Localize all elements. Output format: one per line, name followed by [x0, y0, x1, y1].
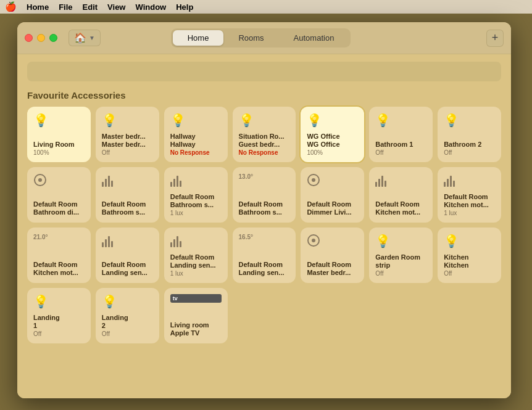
card-info: Master bedr... Master bedr... Off: [102, 133, 153, 156]
menu-view[interactable]: View: [107, 2, 125, 12]
card-status: No Response: [239, 149, 290, 156]
close-button[interactable]: [25, 34, 33, 42]
bulb-icon: 💡: [170, 113, 222, 128]
menu-help[interactable]: Help: [176, 2, 193, 12]
card-name: Default Room: [444, 193, 495, 201]
accessory-card-10[interactable]: Default Room Bathroom s... 1 lux: [164, 167, 228, 223]
apple-menu[interactable]: 🍎: [5, 1, 17, 12]
bars-icon: [170, 234, 222, 247]
card-name: Default Room: [33, 200, 85, 208]
bars-icon: [375, 173, 426, 187]
accessory-card-21[interactable]: 💡 Kitchen Kitchen Off: [438, 228, 501, 283]
accessory-card-5[interactable]: 💡 WG Office WG Office 100%: [301, 107, 364, 162]
card-info: Living room Apple TV: [170, 321, 222, 337]
card-info: Situation Ro... Guest bedr... No Respons…: [239, 133, 290, 156]
main-window: 🏠 ▼ Home Rooms Automation + Favourite Ac…: [17, 22, 511, 398]
card-info: Landing 1 Off: [33, 314, 85, 337]
accessory-card-6[interactable]: 💡 Bathroom 1 Off: [369, 107, 433, 162]
card-info: Default Room Kitchen mot...: [33, 261, 85, 277]
card-status: Off: [444, 270, 495, 277]
bulb-icon: 💡: [307, 113, 358, 128]
home-icon-button[interactable]: 🏠 ▼: [69, 30, 101, 46]
menu-file[interactable]: File: [59, 2, 72, 12]
titlebar: 🏠 ▼ Home Rooms Automation +: [17, 22, 511, 54]
card-info: Garden Room strip Off: [375, 253, 426, 277]
card-status: 1 lux: [170, 270, 222, 277]
card-status: 1 lux: [170, 210, 222, 216]
bulb-icon: 💡: [33, 294, 85, 309]
fullscreen-button[interactable]: [49, 34, 57, 42]
card-status: 100%: [33, 149, 85, 156]
card-name: Hallway: [170, 133, 222, 141]
card-info: Default Room Landing sen...: [102, 261, 153, 277]
tab-automation[interactable]: Automation: [279, 30, 349, 46]
menu-window[interactable]: Window: [135, 2, 166, 12]
card-info: Kitchen Kitchen Off: [444, 253, 495, 277]
card-name: Bathroom 1: [375, 141, 426, 149]
card-info: Bathroom 2 Off: [444, 141, 495, 156]
accessory-card-13[interactable]: Default Room Kitchen mot...: [369, 167, 433, 223]
accessory-card-24[interactable]: tv Living room Apple TV: [164, 288, 228, 343]
accessory-card-15[interactable]: 21.0° Default Room Kitchen mot...: [27, 228, 91, 283]
card-subname: Kitchen mot...: [33, 269, 85, 277]
temp-icon: 21.0°: [33, 234, 85, 240]
accessory-card-1[interactable]: 💡 Living Room 100%: [27, 107, 91, 162]
card-info: WG Office WG Office 100%: [307, 133, 358, 156]
card-subname: Kitchen mot...: [375, 208, 426, 216]
accessory-card-18[interactable]: 16.5° Default Room Landing sen...: [233, 228, 296, 283]
accessory-card-9[interactable]: Default Room Bathroom s...: [96, 167, 159, 223]
accessory-card-7[interactable]: 💡 Bathroom 2 Off: [438, 107, 501, 162]
card-status: Off: [444, 149, 495, 156]
appletv-icon: tv: [170, 294, 222, 303]
bulb-icon: 💡: [102, 294, 153, 309]
card-subname: Bathroom di...: [33, 208, 85, 216]
bulb-icon: 💡: [444, 113, 495, 128]
accessory-card-3[interactable]: 💡 Hallway Hallway No Response: [164, 107, 228, 162]
card-info: Default Room Bathroom s...: [239, 200, 290, 216]
search-bar[interactable]: [27, 62, 501, 81]
card-subname: Landing sen...: [170, 261, 222, 269]
svg-point-5: [312, 239, 315, 242]
card-subname: Bathroom s...: [102, 208, 153, 216]
bulb-icon: 💡: [239, 113, 290, 128]
card-subname: 1: [33, 322, 85, 330]
svg-point-3: [312, 178, 315, 182]
tab-home[interactable]: Home: [173, 30, 224, 46]
accessory-card-16[interactable]: Default Room Landing sen...: [96, 228, 159, 283]
card-name: WG Office: [307, 133, 358, 141]
card-subname: 2: [102, 322, 153, 330]
menu-home[interactable]: Home: [27, 2, 49, 12]
accessory-card-14[interactable]: Default Room Kitchen mot... 1 lux: [438, 167, 501, 223]
bars-icon: [170, 173, 222, 187]
card-info: Default Room Master bedr...: [307, 261, 358, 277]
card-subname: Master bedr...: [307, 269, 358, 277]
accessory-card-20[interactable]: 💡 Garden Room strip Off: [369, 228, 433, 283]
accessory-card-22[interactable]: 💡 Landing 1 Off: [27, 288, 91, 343]
accessory-card-4[interactable]: 💡 Situation Ro... Guest bedr... No Respo…: [233, 107, 296, 162]
accessory-card-12[interactable]: Default Room Dimmer Livi...: [301, 167, 364, 223]
bulb-icon: 💡: [444, 234, 495, 248]
card-status: Off: [33, 330, 85, 337]
card-name: Kitchen: [444, 253, 495, 261]
card-name: Default Room: [102, 200, 153, 208]
accessory-card-19[interactable]: Default Room Master bedr...: [301, 228, 364, 283]
circle-icon: [307, 234, 358, 250]
accessory-card-23[interactable]: 💡 Landing 2 Off: [96, 288, 159, 343]
card-subname: Bathroom s...: [239, 208, 290, 216]
menu-edit[interactable]: Edit: [83, 2, 98, 12]
card-subname: strip: [375, 261, 426, 269]
card-info: Default Room Landing sen... 1 lux: [170, 253, 222, 277]
card-info: Bathroom 1 Off: [375, 141, 426, 156]
section-title: Favourite Accessories: [27, 90, 501, 100]
card-name: Default Room: [102, 261, 153, 269]
tab-rooms[interactable]: Rooms: [223, 30, 278, 46]
minimize-button[interactable]: [37, 34, 45, 42]
card-info: Default Room Bathroom s...: [102, 200, 153, 216]
add-button[interactable]: +: [486, 30, 504, 47]
accessory-card-2[interactable]: 💡 Master bedr... Master bedr... Off: [96, 107, 159, 162]
temp-icon: 13.0°: [239, 173, 290, 180]
accessory-card-11[interactable]: 13.0° Default Room Bathroom s...: [233, 167, 296, 223]
card-info: Landing 2 Off: [102, 314, 153, 337]
accessory-card-17[interactable]: Default Room Landing sen... 1 lux: [164, 228, 228, 283]
accessory-card-8[interactable]: Default Room Bathroom di...: [27, 167, 91, 223]
